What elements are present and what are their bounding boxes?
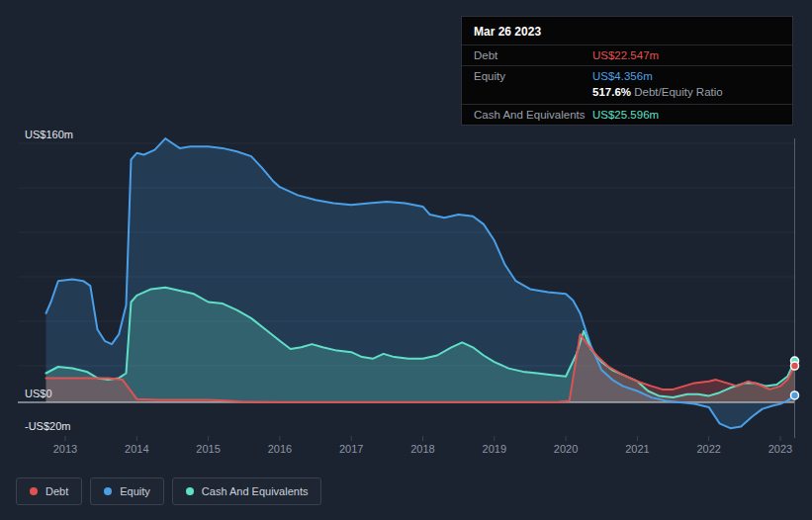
- debt-marker: [791, 362, 799, 370]
- tooltip-equity-label: Equity: [474, 70, 592, 82]
- x-tick-label: 2020: [554, 443, 578, 455]
- legend-debt-label: Debt: [45, 485, 68, 497]
- tooltip-ratio-value: 517.6%: [592, 86, 631, 98]
- legend-item-debt[interactable]: Debt: [16, 477, 82, 505]
- tooltip-ratio-label: Debt/Equity Ratio: [634, 86, 723, 98]
- tooltip-cash-label: Cash And Equivalents: [474, 109, 592, 121]
- tooltip-debt-row: Debt US$22.547m: [462, 44, 792, 65]
- legend-item-cash[interactable]: Cash And Equivalents: [172, 477, 322, 505]
- y-tick-label: -US$20m: [25, 420, 70, 432]
- tooltip-debt-label: Debt: [474, 49, 592, 61]
- chart-tooltip: Mar 26 2023 Debt US$22.547m Equity US$4.…: [461, 16, 793, 126]
- legend-cash-label: Cash And Equivalents: [202, 485, 309, 497]
- x-tick-label: 2014: [125, 443, 148, 455]
- x-tick-label: 2023: [768, 443, 792, 455]
- tooltip-cash-value: US$25.596m: [592, 109, 659, 121]
- legend-item-equity[interactable]: Equity: [90, 477, 164, 505]
- x-tick-label: 2015: [196, 443, 220, 455]
- x-tick-label: 2018: [410, 443, 434, 455]
- tooltip-equity-value: US$4.356m: [592, 70, 653, 82]
- y-tick-label: US$0: [25, 388, 52, 399]
- x-tick-label: 2019: [483, 443, 506, 455]
- equity-color-dot: [104, 487, 112, 495]
- chart-legend: Debt Equity Cash And Equivalents: [16, 477, 321, 505]
- legend-equity-label: Equity: [120, 485, 150, 497]
- x-tick-label: 2013: [53, 443, 77, 455]
- tooltip-equity-row: Equity US$4.356m: [462, 65, 792, 86]
- tooltip-cash-row: Cash And Equivalents US$25.596m: [462, 104, 792, 125]
- tooltip-debt-value: US$22.547m: [592, 49, 659, 61]
- tooltip-ratio-row: 517.6% Debt/Equity Ratio: [462, 86, 792, 104]
- debt-equity-history-panel: 2013201420152016201720182019202020212022…: [0, 0, 812, 520]
- x-tick-label: 2016: [268, 443, 292, 455]
- equity-marker: [791, 391, 799, 399]
- x-tick-label: 2021: [625, 443, 649, 455]
- debt-color-dot: [30, 487, 38, 495]
- tooltip-date: Mar 26 2023: [462, 17, 792, 44]
- cash-color-dot: [186, 487, 194, 495]
- x-tick-label: 2022: [696, 443, 720, 455]
- y-tick-label: US$160m: [25, 129, 73, 140]
- x-tick-label: 2017: [339, 443, 363, 455]
